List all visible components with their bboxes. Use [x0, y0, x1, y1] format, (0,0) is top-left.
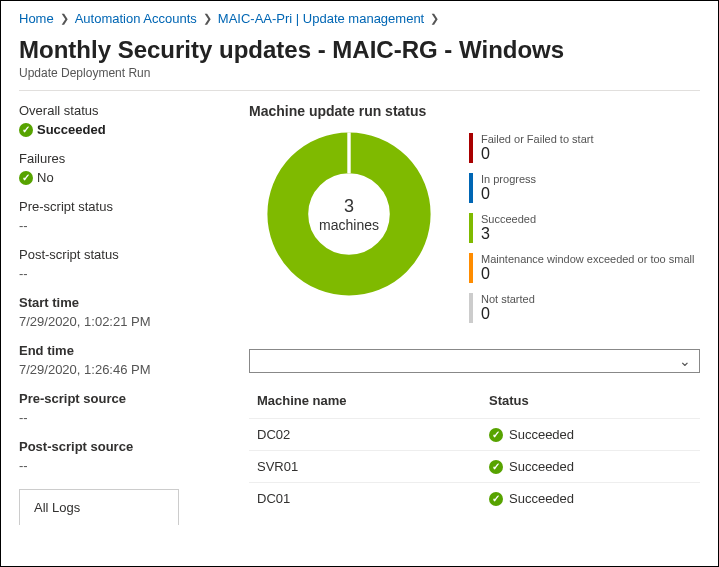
legend-color-swatch: [469, 293, 473, 323]
breadcrumb-item-automation-accounts[interactable]: Automation Accounts: [75, 11, 197, 26]
chevron-right-icon: ❯: [203, 12, 212, 25]
post-script-status-label: Post-script status: [19, 247, 229, 262]
breadcrumb-item-home[interactable]: Home: [19, 11, 54, 26]
all-logs-button[interactable]: All Logs: [19, 489, 179, 525]
check-icon: [489, 492, 503, 506]
legend-label: Succeeded: [481, 213, 536, 225]
legend-color-swatch: [469, 133, 473, 163]
overall-status-label: Overall status: [19, 103, 229, 118]
legend-color-swatch: [469, 173, 473, 203]
post-script-source-label: Post-script source: [19, 439, 229, 454]
start-time-value: 7/29/2020, 1:02:21 PM: [19, 314, 229, 329]
status-donut-chart: 3 machines: [264, 129, 434, 299]
legend-color-swatch: [469, 253, 473, 283]
chevron-right-icon: ❯: [60, 12, 69, 25]
legend-item-inprogress: In progress 0: [469, 173, 700, 203]
end-time-value: 7/29/2020, 1:26:46 PM: [19, 362, 229, 377]
legend-item-maintenance: Maintenance window exceeded or too small…: [469, 253, 700, 283]
divider: [19, 90, 700, 91]
post-script-source-value: --: [19, 458, 229, 473]
check-icon: [489, 428, 503, 442]
table-row[interactable]: DC01 Succeeded: [249, 482, 700, 514]
pre-script-status-label: Pre-script status: [19, 199, 229, 214]
cell-machine-name: DC02: [257, 427, 489, 442]
cell-status: Succeeded: [509, 491, 574, 506]
legend-value: 0: [481, 185, 536, 203]
pre-script-source-value: --: [19, 410, 229, 425]
donut-unit: machines: [319, 217, 379, 233]
machine-run-status-title: Machine update run status: [249, 103, 700, 119]
legend-label: Maintenance window exceeded or too small: [481, 253, 694, 265]
filter-dropdown[interactable]: ⌄: [249, 349, 700, 373]
status-legend: Failed or Failed to start 0 In progress …: [469, 129, 700, 323]
check-icon: [19, 171, 33, 185]
end-time-label: End time: [19, 343, 229, 358]
cell-machine-name: SVR01: [257, 459, 489, 474]
legend-value: 3: [481, 225, 536, 243]
breadcrumb-item-update-management[interactable]: MAIC-AA-Pri | Update management: [218, 11, 424, 26]
start-time-label: Start time: [19, 295, 229, 310]
col-header-machine-name[interactable]: Machine name: [257, 393, 489, 408]
legend-item-failed: Failed or Failed to start 0: [469, 133, 700, 163]
breadcrumb: Home ❯ Automation Accounts ❯ MAIC-AA-Pri…: [19, 11, 700, 26]
legend-value: 0: [481, 305, 535, 323]
cell-machine-name: DC01: [257, 491, 489, 506]
chevron-right-icon: ❯: [430, 12, 439, 25]
legend-label: In progress: [481, 173, 536, 185]
cell-status: Succeeded: [509, 459, 574, 474]
table-row[interactable]: SVR01 Succeeded: [249, 450, 700, 482]
failures-label: Failures: [19, 151, 229, 166]
donut-count: 3: [344, 196, 354, 217]
pre-script-status-value: --: [19, 218, 229, 233]
col-header-status[interactable]: Status: [489, 393, 700, 408]
table-row[interactable]: DC02 Succeeded: [249, 418, 700, 450]
page-subtitle: Update Deployment Run: [19, 66, 700, 80]
pre-script-source-label: Pre-script source: [19, 391, 229, 406]
post-script-status-value: --: [19, 266, 229, 281]
failures-value: No: [37, 170, 54, 185]
page-title: Monthly Security updates - MAIC-RG - Win…: [19, 36, 700, 64]
cell-status: Succeeded: [509, 427, 574, 442]
legend-color-swatch: [469, 213, 473, 243]
legend-label: Not started: [481, 293, 535, 305]
check-icon: [489, 460, 503, 474]
machines-table: Machine name Status DC02 Succeeded SVR01…: [249, 387, 700, 514]
legend-item-succeeded: Succeeded 3: [469, 213, 700, 243]
check-icon: [19, 123, 33, 137]
legend-item-notstarted: Not started 0: [469, 293, 700, 323]
legend-label: Failed or Failed to start: [481, 133, 594, 145]
legend-value: 0: [481, 145, 594, 163]
legend-value: 0: [481, 265, 694, 283]
chevron-down-icon: ⌄: [679, 353, 691, 369]
overall-status-value: Succeeded: [37, 122, 106, 137]
summary-panel: Overall status Succeeded Failures No Pre…: [19, 103, 229, 525]
